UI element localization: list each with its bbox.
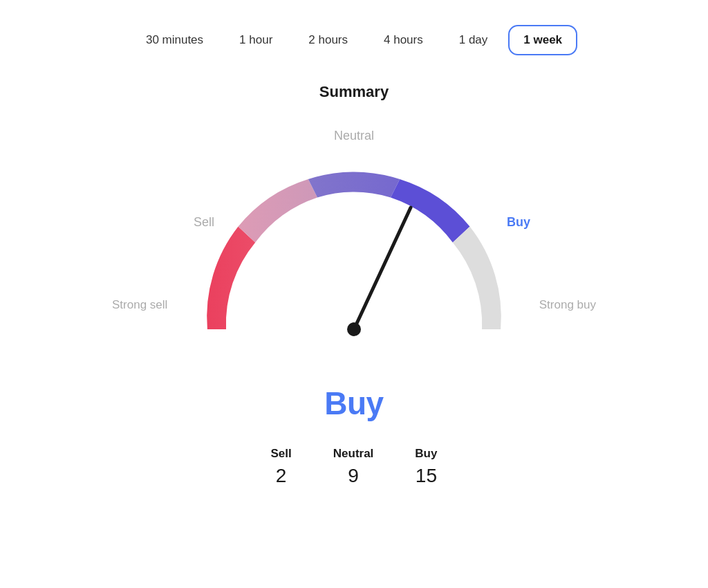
svg-line-0	[354, 208, 411, 329]
label-neutral: Neutral	[334, 129, 374, 143]
stat-buy-value: 15	[416, 465, 437, 487]
svg-point-1	[347, 322, 361, 336]
stat-buy: Buy 15	[415, 447, 437, 487]
signal-label: Buy	[324, 385, 383, 422]
label-strong-sell: Strong sell	[112, 298, 167, 312]
filter-1h[interactable]: 1 hour	[224, 25, 288, 55]
stat-neutral-value: 9	[348, 465, 359, 487]
filter-1w[interactable]: 1 week	[508, 25, 577, 55]
stat-buy-label: Buy	[415, 447, 437, 461]
time-filter-bar: 30 minutes 1 hour 2 hours 4 hours 1 day …	[131, 25, 577, 55]
stat-sell-label: Sell	[271, 447, 292, 461]
stat-neutral: Neutral 9	[333, 447, 374, 487]
stats-row: Sell 2 Neutral 9 Buy 15	[271, 447, 438, 487]
filter-1d[interactable]: 1 day	[444, 25, 503, 55]
gauge-svg	[112, 115, 596, 378]
filter-4h[interactable]: 4 hours	[369, 25, 438, 55]
filter-30min[interactable]: 30 minutes	[131, 25, 218, 55]
stat-sell: Sell 2	[271, 447, 292, 487]
gauge-container: Neutral Sell Buy Strong sell Strong buy	[112, 115, 596, 378]
label-strong-buy: Strong buy	[539, 298, 596, 312]
label-buy: Buy	[507, 215, 530, 230]
stat-sell-value: 2	[276, 465, 287, 487]
stat-neutral-label: Neutral	[333, 447, 374, 461]
summary-title: Summary	[319, 83, 389, 101]
label-sell: Sell	[194, 215, 214, 230]
filter-2h[interactable]: 2 hours	[293, 25, 363, 55]
